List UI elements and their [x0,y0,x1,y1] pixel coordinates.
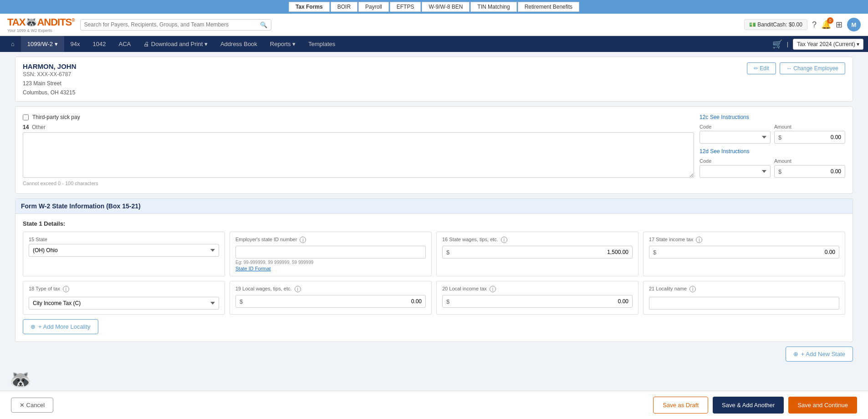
nav-address-book[interactable]: Address Book [214,36,264,52]
home-icon: ⌂ [11,41,15,47]
third-party-checkbox[interactable] [23,114,29,120]
amount-12c-label: Amount [774,124,845,129]
box16-field: 16 State wages, tips, etc. i $ 1,500.00 [436,232,638,276]
code-12d-select[interactable] [700,165,771,178]
box17-field: 17 State income tax i $ 0.00 [643,232,845,276]
employer-state-id-info-icon[interactable]: i [300,237,306,243]
code-12d-label: Code [700,158,771,164]
employee-name: HARMON, JOHN [23,62,77,70]
mascot-icon: 🦝 [9,369,32,390]
instruction-12c-link[interactable]: 12c See Instructions [700,114,845,120]
add-locality-button[interactable]: ⊕ + Add More Locality [23,319,98,334]
employee-card: HARMON, JOHN SSN: XXX-XX-6787 123 Main S… [15,57,853,102]
nav-download-print[interactable]: 🖨 Download and Print ▾ [137,36,214,52]
box16-input[interactable]: 1,500.00 [451,246,628,258]
amount-12c-input[interactable]: 0.00 [783,131,841,143]
box18-info-icon[interactable]: i [63,286,69,292]
avatar[interactable]: M [847,18,861,31]
employer-state-id-input[interactable]: 43-7665464 [235,246,426,259]
code-12c-wrap: Code [700,124,771,144]
box18-label: 18 Type of tax i [29,286,219,292]
box14-textarea[interactable] [23,132,694,178]
notification-icon[interactable]: 🔔 0 [821,20,831,30]
change-employee-button[interactable]: ↔ Change Employee [780,62,845,74]
header-icons: 💵 BanditCash: $0.00 ? 🔔 0 ⊞ M [744,18,861,31]
divider: | [787,41,788,47]
nav-reports[interactable]: Reports ▾ [264,36,302,52]
locality-row: 18 Type of tax i City Income Tax (C) 19 … [23,281,845,315]
employer-state-id-label: Employer's state ID number i [235,237,426,243]
amount-12d-input-container: $ 0.00 [774,165,845,178]
box16-info-icon[interactable]: i [501,237,507,243]
nav-94x[interactable]: 94x [64,36,87,52]
tax-year-selector[interactable]: Tax Year 2024 (Current) ▾ [793,39,863,50]
top-nav-w9[interactable]: W-9/W-8 BEN [422,2,470,12]
top-nav-tin[interactable]: TIN Matching [470,2,516,12]
box19-input-container: $ 0.00 [235,295,426,308]
box21-info-icon[interactable]: i [689,286,696,292]
code-12d-wrap: Code [700,158,771,178]
box19-input[interactable]: 0.00 [245,295,422,307]
cart-icon[interactable]: 🛒 [772,39,782,49]
apps-icon[interactable]: ⊞ [836,20,842,30]
code-12c-select[interactable] [700,131,771,144]
employee-address1: 123 Main Street [23,80,77,87]
action-right-buttons: Save as Draft Save & Add Another Save an… [653,397,857,414]
nav-1099-w2[interactable]: 1099/W-2 ▾ [21,36,64,52]
top-nav-boir[interactable]: BOIR [331,2,357,12]
box18-type-tax-select[interactable]: City Income Tax (C) [29,297,219,310]
box19-field: 19 Local wages, tips, etc. i $ 0.00 [230,281,432,315]
box15-state-select[interactable]: (OH) Ohio [29,244,219,257]
box20-input-container: $ 0.00 [442,295,633,308]
save-continue-button[interactable]: Save and Continue [788,397,857,414]
logo-area: TAX🦝ANDITS® Your 1099 & W2 Experts [7,16,75,33]
instruction-12d-link[interactable]: 12d See Instructions [700,148,845,155]
add-state-row: ⊕ + Add New State [15,347,853,362]
third-party-label: Third-party sick pay [32,114,80,120]
cancel-button[interactable]: ✕ Cancel [11,398,53,413]
top-nav-eftps[interactable]: EFTPS [390,2,421,12]
secondary-nav: ⌂ 1099/W-2 ▾ 94x 1042 ACA 🖨 Download and… [0,36,868,52]
state-section-title: Form W-2 State Information (Box 15-21) [15,199,853,214]
code-12c-label: Code [700,124,771,129]
search-input[interactable] [84,21,260,28]
help-icon[interactable]: ? [812,20,817,30]
add-locality-icon: ⊕ [31,323,36,330]
amount-12d-input[interactable]: 0.00 [783,166,841,177]
save-add-another-button[interactable]: Save & Add Another [713,397,784,414]
action-bar: ✕ Cancel Save as Draft Save & Add Anothe… [0,391,868,416]
nav-templates[interactable]: Templates [302,36,342,52]
box21-input[interactable] [649,297,839,310]
box21-label: 21 Locality name i [649,286,839,292]
edit-employee-button[interactable]: ✏ Edit [747,62,776,74]
search-bar-container: 🔍 [80,19,271,31]
code-amount-12d-row: Code Amount $ 0.00 [700,158,845,178]
state-id-hint: Eg: 99-999999, 99 999999, 59 999999 [235,260,426,265]
state-id-format-link[interactable]: State ID Format [235,266,426,271]
add-new-state-button[interactable]: ⊕ + Add New State [786,347,853,362]
box19-info-icon[interactable]: i [295,286,301,292]
box14-row: Third-party sick pay 14 Other Cannot exc… [23,114,845,186]
box20-input[interactable]: 0.00 [451,295,628,307]
dollar-sign-19: $ [240,298,243,305]
box17-info-icon[interactable]: i [696,237,702,243]
logo-sub: Your 1099 & W2 Experts [7,28,52,33]
home-nav-item[interactable]: ⌂ [5,36,21,52]
state-row-1: 15 State (OH) Ohio Employer's state ID n… [23,232,845,276]
box19-label: 19 Local wages, tips, etc. i [235,286,426,292]
header: TAX🦝ANDITS® Your 1099 & W2 Experts 🔍 💵 B… [0,14,868,36]
top-nav-payroll[interactable]: Payroll [358,2,389,12]
amount-12c-input-container: $ 0.00 [774,131,845,144]
box20-field: 20 Local income tax i $ 0.00 [436,281,638,315]
box20-info-icon[interactable]: i [490,286,496,292]
add-locality-label: + Add More Locality [38,323,91,330]
nav-aca[interactable]: ACA [112,36,138,52]
box17-input[interactable]: 0.00 [658,246,835,258]
nav-1042[interactable]: 1042 [87,36,112,52]
search-icon[interactable]: 🔍 [260,21,267,28]
top-nav-retirement[interactable]: Retirement Benefits [518,2,579,12]
box14-title: Other [32,124,46,130]
top-nav-tax-forms[interactable]: Tax Forms [289,2,330,12]
save-draft-button[interactable]: Save as Draft [653,397,708,414]
box21-field: 21 Locality name i [643,281,845,315]
